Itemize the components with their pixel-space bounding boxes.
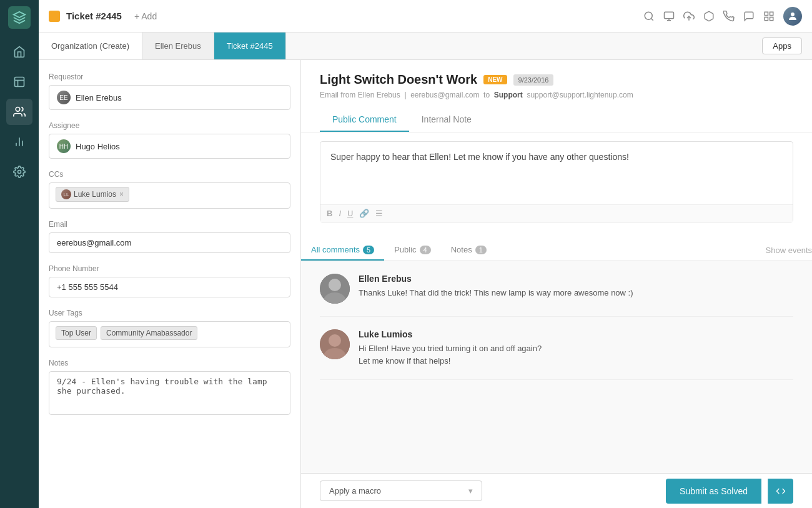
grid-icon[interactable]	[763, 11, 775, 22]
topbar-actions	[643, 7, 802, 26]
submit-arrow-button[interactable]	[768, 479, 793, 504]
sidebar-item-tickets[interactable]	[6, 69, 32, 95]
tab-public-comment[interactable]: Public Comment	[320, 108, 409, 132]
notes-count: 1	[475, 246, 487, 254]
comment-body-1: Luke Lumios Hi Ellen! Have you tried tur…	[359, 329, 793, 367]
notes-field: Notes 9/24 - Ellen's having trouble with…	[49, 359, 290, 417]
left-panel: Requestor EE Ellen Erebus Assignee HH Hu…	[39, 60, 301, 508]
assignee-input[interactable]: HH Hugo Helios	[49, 134, 290, 159]
assignee-field: Assignee HH Hugo Helios	[49, 121, 290, 159]
notes-label: Notes	[49, 359, 290, 367]
cc-remove-luke[interactable]: ×	[119, 190, 124, 199]
bold-tool[interactable]: B	[327, 209, 332, 218]
all-count: 5	[363, 246, 374, 254]
svg-point-3	[16, 107, 20, 112]
assignee-label: Assignee	[49, 121, 290, 130]
comments-scroll: Ellen Erebus Thanks Luke! That did the t…	[301, 261, 812, 473]
tab-organization[interactable]: Organization (Create)	[39, 32, 142, 59]
comment-author-1: Luke Lumios	[359, 329, 793, 339]
ticket-title-row: Light Switch Doesn't Work New 9/23/2016	[320, 72, 793, 87]
sidebar-item-home[interactable]	[6, 39, 32, 65]
topbar: Ticket #2445 + Add	[39, 0, 812, 32]
tab-internal-note[interactable]: Internal Note	[409, 108, 484, 132]
requestor-label: Requestor	[49, 72, 290, 81]
comment-avatar-0	[320, 274, 350, 304]
tags-input[interactable]: Top User Community Amabassador	[49, 321, 290, 347]
comment-tabs: Public Comment Internal Note	[320, 108, 793, 132]
editor-content[interactable]: Super happy to hear that Ellen! Let me k…	[320, 142, 793, 204]
screen-icon[interactable]	[663, 11, 675, 22]
requestor-avatar: EE	[57, 91, 71, 104]
cc-avatar-luke: LL	[61, 189, 71, 199]
ctab-public[interactable]: Public 4	[384, 240, 441, 261]
ctab-all[interactable]: All comments 5	[301, 240, 384, 261]
requestor-input[interactable]: EE Ellen Erebus	[49, 85, 290, 110]
topbar-title: Ticket #2445	[66, 11, 122, 21]
svg-line-26	[776, 491, 779, 494]
right-panel: Light Switch Doesn't Work New 9/23/2016 …	[301, 60, 812, 508]
user-avatar[interactable]	[783, 7, 802, 26]
svg-rect-16	[770, 17, 773, 20]
ctab-notes[interactable]: Notes 1	[441, 240, 497, 261]
content-area: Requestor EE Ellen Erebus Assignee HH Hu…	[39, 60, 812, 508]
phone-icon[interactable]	[723, 11, 735, 22]
ccs-field: CCs LL Luke Lumios ×	[49, 170, 290, 209]
tab-ticket[interactable]: Ticket #2445	[214, 32, 286, 59]
link-tool[interactable]: 🔗	[359, 209, 369, 218]
comments-area: All comments 5 Public 4 Notes 1 Show eve…	[301, 231, 812, 473]
search-icon[interactable]	[643, 11, 655, 22]
editor-area: Super happy to hear that Ellen! Let me k…	[301, 132, 812, 231]
upload-icon[interactable]	[683, 11, 695, 22]
italic-tool[interactable]: I	[339, 209, 341, 218]
sidebar-nav	[0, 0, 39, 508]
svg-rect-0	[15, 77, 24, 87]
macro-dropdown[interactable]: Apply a macro ▾	[320, 481, 482, 501]
list-tool[interactable]: ☰	[375, 209, 383, 218]
phone-field: Phone Number +1 555 555 5544	[49, 264, 290, 297]
cc-chip-luke[interactable]: LL Luke Lumios ×	[56, 187, 129, 202]
email-input[interactable]: eerebus@gmail.com	[49, 232, 290, 253]
logo[interactable]	[8, 6, 31, 29]
public-count: 4	[420, 246, 431, 254]
svg-point-7	[18, 171, 21, 174]
box-icon[interactable]	[703, 11, 715, 22]
sidebar-item-settings[interactable]	[6, 159, 32, 185]
editor-toolbar: B I U 🔗 ☰	[320, 204, 793, 222]
comment-avatar-1	[320, 329, 350, 359]
tag-chip-0[interactable]: Top User	[56, 326, 97, 340]
ccs-label: CCs	[49, 170, 290, 179]
phone-input[interactable]: +1 555 555 5544	[49, 277, 290, 297]
bottom-bar: Apply a macro ▾ Submit as Solved	[301, 473, 812, 508]
ccs-input[interactable]: LL Luke Lumios ×	[49, 182, 290, 209]
svg-point-18	[791, 12, 795, 16]
underline-tool[interactable]: U	[347, 209, 353, 218]
svg-rect-17	[765, 17, 768, 20]
svg-line-25	[776, 489, 779, 491]
assignee-avatar: HH	[57, 139, 71, 153]
tags-label: User Tags	[49, 309, 290, 317]
svg-rect-15	[770, 12, 773, 15]
add-button[interactable]: + Add	[134, 11, 157, 21]
chat-icon[interactable]	[743, 11, 755, 22]
email-field: Email eerebus@gmail.com	[49, 220, 290, 253]
tag-chip-1[interactable]: Community Amabassador	[101, 326, 197, 340]
svg-point-8	[645, 12, 652, 19]
notes-textarea[interactable]: 9/24 - Ellen's having trouble with the l…	[49, 371, 290, 415]
show-events[interactable]: Show events	[766, 241, 812, 260]
tab-ellen[interactable]: Ellen Erebus	[142, 32, 214, 59]
svg-line-27	[783, 489, 785, 491]
comment-text-1: Hi Ellen! Have you tried turning it on a…	[359, 342, 793, 367]
apps-button[interactable]: Apps	[762, 37, 802, 54]
submit-solved-button[interactable]: Submit as Solved	[666, 479, 761, 504]
ticket-badge	[49, 11, 60, 22]
svg-rect-14	[765, 12, 768, 15]
comment-body-0: Ellen Erebus Thanks Luke! That did the t…	[359, 274, 793, 304]
svg-rect-10	[665, 12, 674, 19]
comment-text-0: Thanks Luke! That did the trick! This ne…	[359, 287, 793, 299]
sidebar-item-users[interactable]	[6, 99, 32, 125]
svg-point-23	[329, 334, 341, 347]
sidebar-item-reports[interactable]	[6, 129, 32, 155]
svg-line-28	[783, 491, 785, 494]
svg-line-9	[651, 18, 653, 20]
badge-new: New	[483, 75, 507, 84]
